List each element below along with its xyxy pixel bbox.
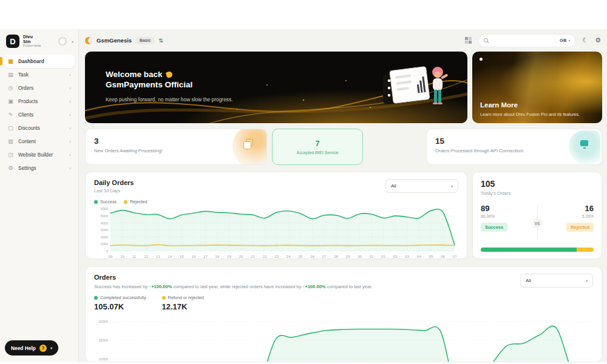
svg-text:24: 24 xyxy=(287,254,291,258)
filter-value: All xyxy=(526,278,531,283)
daily-orders-card: Daily Orders Last 30 Days All ▾ Success … xyxy=(85,172,467,259)
svg-text:15000: 15000 xyxy=(98,339,108,342)
avatar[interactable] xyxy=(58,37,67,46)
learn-more-card[interactable]: Learn More Learn more about Dhru Fusion … xyxy=(472,52,602,123)
gear-icon[interactable]: ⚙ xyxy=(595,37,601,44)
svg-text:07: 07 xyxy=(453,254,457,258)
region-selector[interactable]: GB ▾ xyxy=(555,38,570,43)
need-help-button[interactable]: Need Help ? ▾ xyxy=(5,340,58,356)
apps-grid-icon[interactable] xyxy=(465,37,472,44)
daily-orders-chart: 0100020003000400050006000091011121314151… xyxy=(94,204,458,260)
success-badge: Success xyxy=(481,223,507,232)
rejected-count: 16 xyxy=(541,204,594,213)
vs-badge: VS xyxy=(532,218,542,228)
svg-text:02: 02 xyxy=(393,254,398,258)
sidebar-item-dashboard[interactable]: ▦ Dashboard xyxy=(4,55,75,68)
chevron-right-icon: › xyxy=(69,152,71,158)
sidebar-item-orders[interactable]: ◷ Orders › xyxy=(4,81,75,95)
sidebar-item-clients[interactable]: ✎ Clients › xyxy=(4,108,75,121)
account-switcher[interactable]: D Dhru Sim Fusion beta ▾ xyxy=(0,29,78,52)
rejected-legend-dot xyxy=(124,200,127,204)
svg-text:21: 21 xyxy=(251,254,255,258)
refund-total: 12.17K xyxy=(162,302,204,311)
success-legend-dot xyxy=(94,200,98,204)
discounts-icon: ▢ xyxy=(7,125,14,131)
need-help-label: Need Help xyxy=(11,345,36,351)
svg-text:1000: 1000 xyxy=(101,242,108,246)
success-rejected-progress xyxy=(481,248,594,252)
svg-text:2000: 2000 xyxy=(101,235,108,239)
caret-down-icon: ▾ xyxy=(586,279,588,283)
sidebar-item-content[interactable]: ▥ Content › xyxy=(4,135,75,148)
orders-title: Orders xyxy=(94,274,593,281)
sidebar-item-products[interactable]: ▣ Products › xyxy=(4,95,75,108)
legend-label: Success xyxy=(100,199,117,204)
orders-filter[interactable]: All ▾ xyxy=(520,274,593,288)
brand-logo: D xyxy=(6,35,19,48)
success-count: 89 xyxy=(481,204,533,213)
sidebar-item-label: Clients xyxy=(18,112,65,118)
plan-badge: Basic xyxy=(136,37,154,44)
sidebar-item-label: Website Builder xyxy=(18,152,65,158)
chevron-right-icon: › xyxy=(69,72,71,78)
sidebar-item-label: Products xyxy=(18,99,65,104)
svg-text:04: 04 xyxy=(417,254,421,258)
sidebar-item-website-builder[interactable]: ◳ Website Builder › xyxy=(4,148,75,161)
banner-greeting: Welcome back xyxy=(106,70,163,79)
svg-text:28: 28 xyxy=(334,254,338,258)
caret-down-icon: ▾ xyxy=(451,184,453,188)
legend-label: Rejected xyxy=(130,199,147,204)
sidebar-item-label: Discounts xyxy=(18,126,65,131)
svg-text:20: 20 xyxy=(239,254,243,258)
caret-down-icon: ▾ xyxy=(568,39,570,42)
svg-text:05: 05 xyxy=(429,254,433,258)
svg-text:0: 0 xyxy=(106,249,108,253)
learn-more-subtitle: Learn more about Dhru Fusion Pro and its… xyxy=(480,112,597,117)
svg-text:22: 22 xyxy=(263,254,267,258)
stat-card-api-orders: 15 Orders Processed through API Connecti… xyxy=(426,129,602,165)
stat-card-accepted-imei: 7 Accepted IMEI Service xyxy=(272,129,363,165)
svg-text:4000: 4000 xyxy=(101,221,108,225)
svg-text:06: 06 xyxy=(441,254,445,258)
chevron-right-icon: › xyxy=(69,126,71,131)
topbar: GsmGenesis Basic ⇅ GB ▾ ☾ ⚙ xyxy=(79,29,607,52)
stat-label: Accepted IMEI Service xyxy=(297,150,339,155)
search-input[interactable] xyxy=(492,38,551,43)
svg-text:30: 30 xyxy=(358,254,362,258)
sidebar-nav: ▦ Dashboard ▤ Task › ◷ Orders › ▣ Produc… xyxy=(0,52,78,175)
products-icon: ▣ xyxy=(7,98,14,104)
svg-text:13: 13 xyxy=(156,254,160,258)
workspace-logo-icon xyxy=(85,37,92,44)
svg-text:19: 19 xyxy=(227,254,231,258)
svg-text:03: 03 xyxy=(405,254,409,258)
sidebar-item-discounts[interactable]: ▢ Discounts › xyxy=(4,121,75,135)
question-icon: ? xyxy=(39,345,47,352)
svg-text:6000: 6000 xyxy=(101,207,108,211)
sidebar-item-settings[interactable]: ⚙ Settings › xyxy=(4,161,75,175)
caret-down-icon[interactable]: ▾ xyxy=(72,39,73,44)
orders-stack-icon xyxy=(246,139,253,146)
today-progress-success xyxy=(481,248,577,252)
dark-mode-icon[interactable]: ☾ xyxy=(582,37,588,44)
welcome-banner: Welcome back GsmPayments Official Keep p… xyxy=(85,52,467,123)
wave-hand-icon xyxy=(165,70,172,78)
workspace-switch-icon[interactable]: ⇅ xyxy=(158,38,163,44)
svg-text:09: 09 xyxy=(109,254,113,258)
svg-text:10: 10 xyxy=(120,254,124,258)
chevron-right-icon: › xyxy=(69,139,71,144)
svg-text:12: 12 xyxy=(144,254,148,258)
sidebar-item-task[interactable]: ▤ Task › xyxy=(4,68,75,81)
svg-text:11: 11 xyxy=(132,254,137,258)
caret-down-icon: ▾ xyxy=(50,346,52,350)
brand-name-line1: Dhru xyxy=(23,35,55,39)
orders-description: Success has increased by ↑+100.00% compa… xyxy=(94,284,593,289)
svg-text:15: 15 xyxy=(180,254,184,258)
daily-orders-filter[interactable]: All ▾ xyxy=(385,179,458,193)
today-orders-card: 105 Today's Orders VS 89 86.00% Success … xyxy=(472,172,602,259)
chevron-right-icon: › xyxy=(69,99,71,104)
dashboard-content: Welcome back GsmPayments Official Keep p… xyxy=(79,52,607,362)
svg-text:23: 23 xyxy=(274,254,279,258)
stat-card-new-orders: 3 New Orders Awaiting Processing! xyxy=(85,129,267,165)
svg-text:17: 17 xyxy=(203,254,208,258)
sidebar-item-label: Orders xyxy=(18,86,65,91)
